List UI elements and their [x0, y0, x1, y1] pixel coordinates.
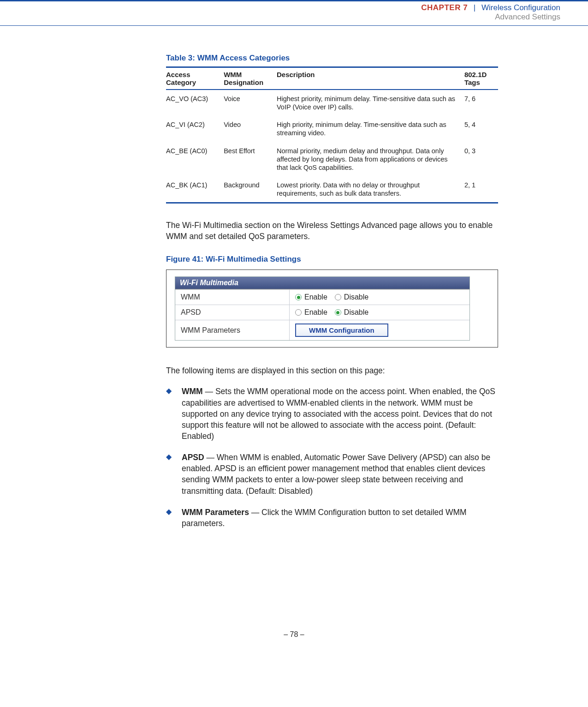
table-row: AC_VI (AC2) Video High priority, minimum… [166, 116, 498, 142]
td-description: Normal priority, medium delay and throug… [277, 142, 464, 176]
td-wmm-designation: Video [224, 116, 277, 142]
panel-row-params: WMM Parameters WMM Configuration [175, 320, 469, 340]
wmm-enable-label: Enable [304, 293, 332, 301]
header-separator: | [470, 3, 479, 12]
panel-row-apsd: APSD Enable Disable [175, 305, 469, 320]
wmm-configuration-button[interactable]: WMM Configuration [295, 324, 388, 337]
wmm-disable-radio[interactable] [335, 294, 341, 300]
figure-box: Wi-Fi Multimedia WMM Enable Disable APSD… [166, 270, 498, 348]
apsd-enable-radio[interactable] [295, 309, 302, 316]
td-tags: 5, 4 [464, 116, 498, 142]
wmm-enable-radio[interactable] [295, 294, 302, 300]
th-description: Description [277, 67, 464, 90]
list-item: APSD — When WMM is enabled, Automatic Po… [166, 452, 498, 497]
item-text: — When WMM is enabled, Automatic Power S… [182, 453, 490, 495]
apsd-label: APSD [175, 305, 290, 320]
table-row: AC_BK (AC1) Background Lowest priority. … [166, 176, 498, 203]
wmm-label: WMM [175, 290, 290, 305]
items-list: WMM — Sets the WMM operational mode on t… [166, 386, 498, 529]
th-tags: 802.1D Tags [464, 67, 498, 90]
td-description: Lowest priority. Data with no delay or t… [277, 176, 464, 203]
body-paragraph: The Wi-Fi Multimedia section on the Wire… [166, 220, 498, 242]
wifi-multimedia-panel: Wi-Fi Multimedia WMM Enable Disable APSD… [175, 276, 470, 341]
page-number: – 78 – [284, 630, 304, 638]
apsd-disable-label: Disable [344, 308, 373, 317]
table-row: AC_BE (AC0) Best Effort Normal priority,… [166, 142, 498, 176]
td-tags: 7, 6 [464, 90, 498, 116]
th-wmm-designation: WMM Designation [224, 67, 277, 90]
td-wmm-designation: Background [224, 176, 277, 203]
wmm-disable-label: Disable [344, 293, 373, 301]
figure-title: Figure 41: Wi-Fi Multimedia Settings [166, 255, 498, 264]
apsd-disable-radio[interactable] [335, 309, 341, 316]
apsd-enable-label: Enable [304, 308, 332, 317]
td-description: High priority, minimum delay. Time-sensi… [277, 116, 464, 142]
table-row: AC_VO (AC3) Voice Highest priority, mini… [166, 90, 498, 116]
td-access-category: AC_VO (AC3) [166, 90, 224, 116]
subsection-title: Advanced Settings [0, 12, 560, 22]
under-rule [0, 25, 588, 26]
td-access-category: AC_BE (AC0) [166, 142, 224, 176]
td-tags: 2, 1 [464, 176, 498, 203]
list-item: WMM Parameters — Click the WMM Configura… [166, 507, 498, 529]
td-access-category: AC_BK (AC1) [166, 176, 224, 203]
td-tags: 0, 3 [464, 142, 498, 176]
panel-header: Wi-Fi Multimedia [175, 277, 469, 289]
item-term: APSD [182, 453, 204, 462]
td-wmm-designation: Best Effort [224, 142, 277, 176]
item-term: WMM [182, 387, 203, 396]
wmm-params-label: WMM Parameters [175, 320, 290, 340]
td-wmm-designation: Voice [224, 90, 277, 116]
items-intro: The following items are displayed in thi… [166, 366, 498, 376]
section-title: Wireless Configuration [481, 3, 560, 12]
page-header: CHAPTER 7 | Wireless Configuration Advan… [0, 1, 588, 24]
table-title: Table 3: WMM Access Categories [166, 54, 498, 63]
td-access-category: AC_VI (AC2) [166, 116, 224, 142]
wmm-access-categories-table: Access Category WMM Designation Descript… [166, 66, 498, 204]
td-description: Highest priority, minimum delay. Time-se… [277, 90, 464, 116]
item-text: — Sets the WMM operational mode on the a… [182, 387, 495, 441]
item-term: WMM Parameters [182, 508, 249, 517]
panel-row-wmm: WMM Enable Disable [175, 289, 469, 305]
list-item: WMM — Sets the WMM operational mode on t… [166, 386, 498, 442]
page-footer: – 78 – [0, 630, 588, 639]
chapter-label: CHAPTER 7 [421, 3, 468, 12]
th-access-category: Access Category [166, 67, 224, 90]
